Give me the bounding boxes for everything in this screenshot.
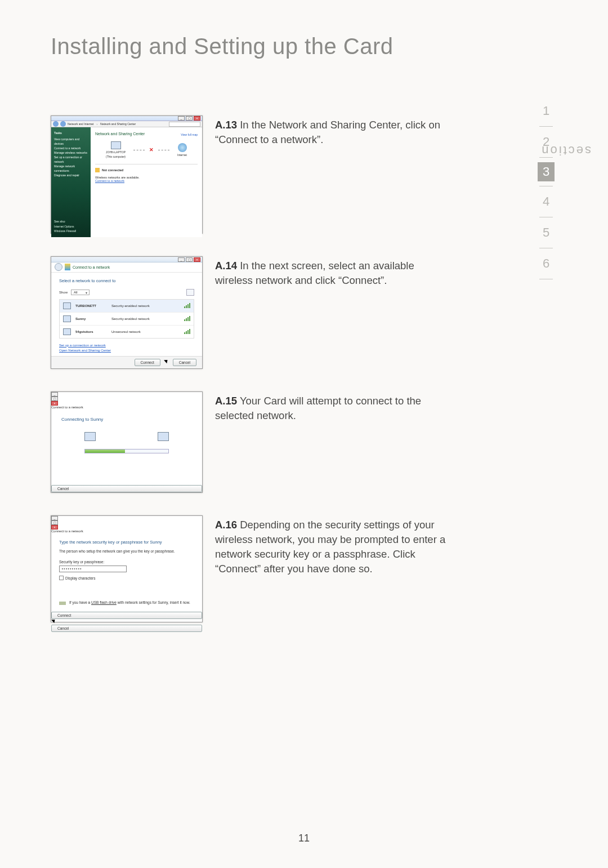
- back-button[interactable]: [55, 263, 62, 271]
- network-list: TURBONETT Security-enabled network Sunny…: [59, 299, 194, 339]
- usb-flash-drive-link[interactable]: USB flash drive: [91, 600, 117, 604]
- minimize-button[interactable]: _: [178, 257, 185, 262]
- computer-icon: [158, 432, 169, 441]
- step-text: A.13 In the Network and Sharing Center, …: [215, 115, 450, 147]
- maximize-button[interactable]: ▢: [51, 397, 58, 401]
- display-characters-checkbox[interactable]: Display characters: [59, 576, 194, 580]
- signal-icon: [184, 303, 190, 308]
- close-button[interactable]: ×: [194, 257, 200, 262]
- breadcrumb-item[interactable]: Network and Internet: [68, 122, 93, 126]
- cancel-button[interactable]: Cancel: [51, 485, 202, 492]
- network-item[interactable]: 54gvisitors Unsecured network: [60, 326, 194, 338]
- step-a13: _ ▢ × Network and Internet › Network and…: [51, 115, 450, 234]
- task-link[interactable]: Set up a connection or network: [54, 155, 88, 164]
- close-button[interactable]: ×: [51, 401, 58, 406]
- connection-status: Not connected Wireless networks are avai…: [95, 164, 198, 182]
- see-also-link[interactable]: Internet Options: [54, 224, 88, 229]
- window-title: Connect to a network: [73, 265, 110, 269]
- network-name: 54gvisitors: [75, 330, 107, 333]
- step-body: Depending on the security settings of yo…: [215, 519, 445, 575]
- disconnected-icon: ✕: [149, 147, 154, 153]
- cancel-button[interactable]: Cancel: [173, 359, 196, 366]
- section-link-3-active[interactable]: 3: [538, 162, 555, 181]
- connecting-text: Connecting to Sunny: [61, 417, 192, 422]
- signal-icon: [184, 316, 190, 321]
- connect-button[interactable]: Connect: [51, 612, 202, 619]
- section-link-6[interactable]: 6: [529, 248, 563, 279]
- nav-divider: [539, 279, 553, 279]
- section-link-5[interactable]: 5: [529, 217, 563, 248]
- usb-text-prefix: If you have a: [69, 600, 91, 604]
- step-body: Your Card will attempt to connect to the…: [215, 395, 421, 421]
- maximize-button[interactable]: ▢: [51, 520, 58, 525]
- step-a15: _ ▢ × Connect to a network Connecting to…: [51, 391, 450, 493]
- search-input[interactable]: [169, 122, 200, 127]
- connect-button[interactable]: Connect: [135, 359, 160, 366]
- cursor-icon: [165, 359, 169, 365]
- passphrase-label: Security key or passphrase:: [59, 560, 194, 564]
- tasks-heading: Tasks: [54, 131, 88, 135]
- task-link[interactable]: Manage wireless networks: [54, 150, 88, 155]
- manual-page: Installing and Setting up the Card 1 2 3…: [0, 0, 608, 868]
- task-link[interactable]: Manage network connections: [54, 164, 88, 173]
- select-network-prompt: Select a network to connect to: [59, 278, 194, 283]
- screenshot-network-sharing-center: _ ▢ × Network and Internet › Network and…: [51, 115, 203, 234]
- minimize-button[interactable]: _: [51, 392, 58, 397]
- section-link-4[interactable]: 4: [529, 186, 563, 217]
- network-item[interactable]: TURBONETT Security-enabled network: [60, 300, 194, 313]
- checkbox-label: Display characters: [65, 576, 95, 580]
- usb-icon: [59, 602, 66, 605]
- step-label: A.13: [215, 119, 237, 131]
- pc-name: JOHN-LAPTOP: [106, 150, 126, 154]
- network-item[interactable]: Sunny Security-enabled network: [60, 313, 194, 326]
- dialog-footer: Cancel: [51, 485, 202, 492]
- see-also-heading: See also: [54, 219, 88, 224]
- section-link-1[interactable]: 1: [529, 96, 563, 126]
- see-also-link[interactable]: Windows Firewall: [54, 229, 88, 234]
- cursor-icon: [52, 619, 57, 625]
- network-type: Security-enabled network: [111, 317, 180, 321]
- close-button[interactable]: ×: [194, 116, 200, 121]
- section-navigator: 1 2 3 4 5 6: [529, 96, 563, 279]
- step-a14: _ ▢ × Connect to a network Select a netw…: [51, 256, 450, 369]
- steps-column: _ ▢ × Network and Internet › Network and…: [51, 115, 450, 622]
- back-button[interactable]: [53, 121, 59, 127]
- forward-button[interactable]: [60, 121, 66, 127]
- open-sharing-center-link[interactable]: Open Network and Sharing Center: [59, 348, 194, 354]
- breadcrumb-sep: ›: [96, 122, 97, 126]
- page-number: 11: [298, 833, 310, 844]
- task-link[interactable]: Diagnose and repair: [54, 173, 88, 177]
- window-titlebar: _ ▢ ×: [51, 116, 202, 121]
- window-titlebar: _ ▢ ×: [51, 516, 202, 529]
- connect-to-network-link[interactable]: Connect to a network: [95, 179, 198, 182]
- connecting-animation: [84, 432, 169, 441]
- refresh-button[interactable]: [186, 289, 194, 296]
- network-type: Security-enabled network: [111, 304, 180, 308]
- cancel-button[interactable]: Cancel: [51, 625, 202, 632]
- view-full-map-link[interactable]: View full map: [181, 133, 198, 136]
- screenshot-enter-passphrase: _ ▢ × Connect to a network Type the netw…: [51, 515, 203, 622]
- task-link[interactable]: View computers and devices: [54, 137, 88, 146]
- this-pc-icon: JOHN-LAPTOP (This computer): [106, 141, 126, 158]
- breadcrumb-item[interactable]: Network and Sharing Center: [100, 122, 136, 126]
- connection-line: [133, 150, 145, 150]
- screenshot-connecting: _ ▢ × Connect to a network Connecting to…: [51, 391, 203, 493]
- minimize-button[interactable]: _: [51, 516, 58, 520]
- computer-icon: [111, 141, 121, 149]
- step-a16: _ ▢ × Connect to a network Type the netw…: [51, 515, 450, 622]
- screenshot-connect-to-network: _ ▢ × Connect to a network Select a netw…: [51, 256, 203, 369]
- progress-bar: [84, 449, 169, 453]
- minimize-button[interactable]: _: [178, 116, 185, 121]
- passphrase-input[interactable]: ••••••••••: [59, 566, 127, 572]
- show-dropdown[interactable]: All: [71, 290, 90, 295]
- page-title: Installing and Setting up the Card: [51, 34, 557, 59]
- network-name: TURBONETT: [75, 304, 107, 308]
- setup-connection-link[interactable]: Set up a connection or network: [59, 343, 194, 349]
- step-text: A.15 Your Card will attempt to connect t…: [215, 391, 450, 423]
- close-button[interactable]: ×: [51, 525, 58, 529]
- step-body: In the next screen, select an available …: [215, 260, 414, 286]
- not-connected-text: Not connected: [102, 168, 123, 172]
- task-link[interactable]: Connect to a network: [54, 146, 88, 150]
- maximize-button[interactable]: ▢: [186, 116, 193, 121]
- maximize-button[interactable]: ▢: [186, 257, 193, 262]
